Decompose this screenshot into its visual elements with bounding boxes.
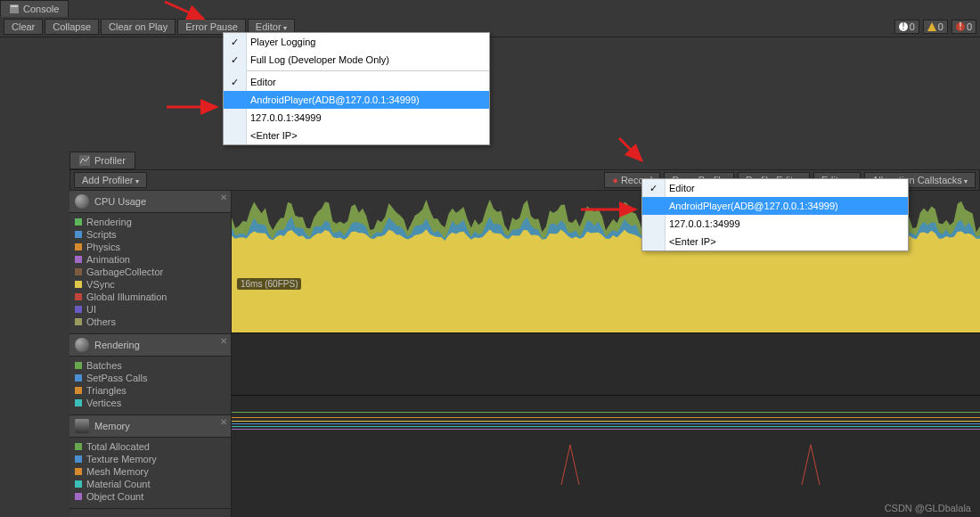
legend-label: GarbageCollector <box>86 267 163 277</box>
module-cpu-header[interactable]: CPU Usage✕ <box>69 191 231 213</box>
close-icon[interactable]: ✕ <box>220 336 227 346</box>
menu-android-player[interactable]: AndroidPlayer(ADB@127.0.0.1:34999) <box>224 91 489 109</box>
module-cpu: CPU Usage✕ RenderingScriptsPhysicsAnimat… <box>69 191 231 334</box>
watermark: CSDN @GLDbalala <box>885 503 971 513</box>
legend-item[interactable]: GarbageCollector <box>75 266 225 278</box>
clear-button[interactable]: Clear <box>4 19 43 35</box>
legend-swatch <box>75 399 82 406</box>
legend-label: Object Count <box>86 491 143 502</box>
legend-item[interactable]: Vertices <box>75 397 225 409</box>
legend-label: SetPass Calls <box>86 373 147 383</box>
error-count[interactable]: !0 <box>951 20 976 34</box>
legend-swatch <box>75 480 82 488</box>
profiler-tab[interactable]: Profiler <box>69 152 135 169</box>
legend-swatch <box>75 293 82 300</box>
pmenu-ip[interactable]: 127.0.0.1:34999 <box>642 215 908 233</box>
svg-marker-4 <box>927 22 936 31</box>
legend-label: Physics <box>86 242 120 252</box>
legend-item[interactable]: Material Count <box>75 478 225 490</box>
legend-label: Rendering <box>86 217 132 227</box>
legend-label: Texture Memory <box>86 454 157 464</box>
legend-label: Others <box>86 316 116 327</box>
legend-label: UI <box>86 304 96 315</box>
close-icon[interactable]: ✕ <box>220 193 227 202</box>
memory-chart[interactable] <box>232 396 980 485</box>
legend-label: Vertices <box>86 398 121 408</box>
legend-label: Scripts <box>86 229 117 240</box>
module-rendering-header[interactable]: Rendering✕ <box>69 334 231 357</box>
legend-swatch <box>75 268 82 275</box>
legend-label: Batches <box>86 360 122 371</box>
rendering-chart[interactable] <box>232 333 980 396</box>
menu-ip[interactable]: 127.0.0.1:34999 <box>224 109 489 127</box>
legend-item[interactable]: Object Count <box>75 490 225 503</box>
annotation-arrow <box>165 98 227 118</box>
legend-swatch <box>75 387 82 394</box>
legend-label: Mesh Memory <box>86 466 149 477</box>
pmenu-editor[interactable]: ✓Editor <box>642 179 908 197</box>
legend-label: Material Count <box>86 479 151 489</box>
add-profiler-button[interactable]: Add Profiler <box>74 172 147 188</box>
legend-swatch <box>75 281 82 288</box>
console-editor-menu: ✓Player Logging ✓Full Log (Developer Mod… <box>223 32 490 145</box>
pmenu-android-player[interactable]: AndroidPlayer(ADB@127.0.0.1:34999) <box>642 197 908 215</box>
legend-label: Triangles <box>86 385 127 396</box>
warn-count[interactable]: 0 <box>923 20 948 34</box>
legend-item[interactable]: Batches <box>75 359 225 372</box>
profiler-editor-menu: ✓Editor AndroidPlayer(ADB@127.0.0.1:3499… <box>641 178 909 251</box>
module-memory: Memory✕ Total AllocatedTexture MemoryMes… <box>69 415 231 509</box>
legend-item[interactable]: Others <box>75 316 225 328</box>
legend-item[interactable]: Total Allocated <box>75 440 225 453</box>
legend-swatch <box>75 493 82 500</box>
menu-full-log[interactable]: ✓Full Log (Developer Mode Only) <box>224 51 489 69</box>
legend-swatch <box>75 468 82 475</box>
legend-item[interactable]: Global Illumination <box>75 291 225 303</box>
collapse-button[interactable]: Collapse <box>45 19 99 35</box>
legend-item[interactable]: UI <box>75 303 225 316</box>
console-status: !0 0 !0 <box>894 20 976 34</box>
annotation-arrow <box>579 201 646 220</box>
profiler-sidebar: CPU Usage✕ RenderingScriptsPhysicsAnimat… <box>69 191 232 517</box>
legend-swatch <box>75 231 82 238</box>
legend-label: Total Allocated <box>86 441 150 452</box>
legend-swatch <box>75 218 82 226</box>
profiler-title: Profiler <box>94 155 126 166</box>
legend-label: Global Illumination <box>86 291 167 302</box>
legend-item[interactable]: Scripts <box>75 228 225 241</box>
legend-swatch <box>75 374 82 382</box>
annotation-arrow <box>160 0 214 26</box>
svg-line-12 <box>619 138 641 160</box>
svg-line-10 <box>165 2 203 19</box>
legend-item[interactable]: Mesh Memory <box>75 465 225 478</box>
svg-rect-1 <box>11 5 18 7</box>
module-memory-header[interactable]: Memory✕ <box>69 415 231 438</box>
legend-label: Animation <box>86 254 130 265</box>
legend-label: VSync <box>86 279 115 290</box>
close-icon[interactable]: ✕ <box>220 417 227 427</box>
legend-swatch <box>75 318 82 325</box>
memory-icon <box>75 419 89 433</box>
legend-item[interactable]: Rendering <box>75 216 225 228</box>
svg-text:!: ! <box>902 22 904 31</box>
annotation-arrow <box>615 134 650 171</box>
legend-swatch <box>75 306 82 313</box>
legend-item[interactable]: Texture Memory <box>75 453 225 465</box>
cpu-icon <box>75 194 89 209</box>
fps-label: 16ms (60FPS) <box>237 278 301 290</box>
console-title: Console <box>23 4 59 14</box>
rendering-icon <box>75 338 89 352</box>
legend-swatch <box>75 455 82 463</box>
info-count[interactable]: !0 <box>894 20 919 34</box>
legend-item[interactable]: Physics <box>75 241 225 253</box>
legend-item[interactable]: SetPass Calls <box>75 372 225 384</box>
console-icon <box>10 4 19 13</box>
legend-item[interactable]: VSync <box>75 278 225 291</box>
menu-enter-ip[interactable]: <Enter IP> <box>224 127 489 144</box>
legend-item[interactable]: Triangles <box>75 384 225 397</box>
menu-player-logging[interactable]: ✓Player Logging <box>224 33 489 51</box>
legend-item[interactable]: Animation <box>75 253 225 266</box>
legend-swatch <box>75 443 82 450</box>
pmenu-enter-ip[interactable]: <Enter IP> <box>642 233 908 250</box>
menu-editor[interactable]: ✓Editor <box>224 73 489 91</box>
console-tab[interactable]: Console <box>0 0 69 17</box>
